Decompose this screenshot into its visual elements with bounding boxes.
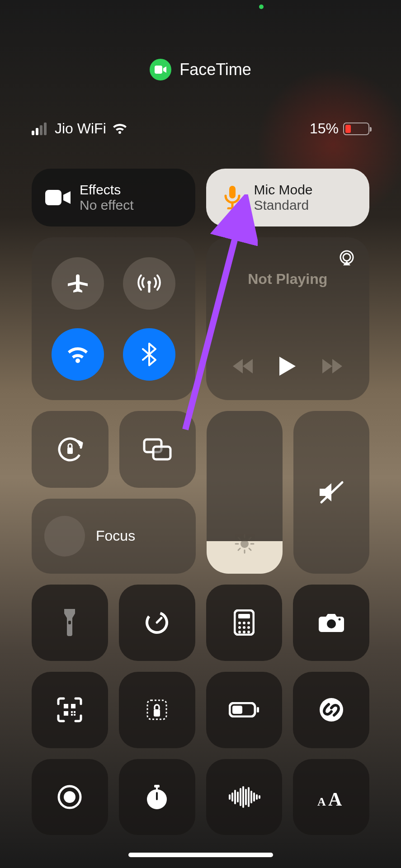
microphone-icon	[220, 186, 245, 209]
camera-button[interactable]	[293, 585, 369, 661]
focus-button[interactable]: Focus	[32, 499, 196, 574]
svg-rect-43	[74, 711, 75, 713]
svg-rect-45	[74, 714, 75, 716]
video-icon	[45, 189, 71, 206]
text-size-button[interactable]: AA	[293, 759, 369, 835]
svg-point-38	[338, 618, 340, 621]
bluetooth-toggle[interactable]	[123, 328, 175, 381]
svg-text:A: A	[317, 795, 326, 807]
svg-line-18	[238, 538, 240, 539]
moon-icon	[44, 516, 85, 557]
svg-rect-0	[155, 66, 162, 74]
carrier-label: Jio WiFi	[55, 120, 106, 137]
svg-rect-47	[154, 709, 160, 717]
facetime-icon	[150, 59, 171, 80]
svg-point-36	[247, 631, 250, 633]
svg-point-33	[247, 626, 250, 629]
svg-point-13	[241, 540, 249, 548]
screen-record-button[interactable]	[32, 759, 108, 835]
effects-title: Effects	[80, 182, 134, 198]
brightness-slider[interactable]	[207, 411, 283, 574]
shazam-button[interactable]	[293, 672, 369, 748]
status-bar: Jio WiFi 15%	[32, 120, 369, 137]
svg-point-37	[327, 619, 336, 628]
svg-point-8	[343, 254, 350, 261]
active-app-pill[interactable]: FaceTime	[32, 59, 369, 80]
play-button[interactable]	[279, 357, 296, 376]
media-panel[interactable]: Not Playing	[206, 237, 370, 400]
stopwatch-button[interactable]	[119, 759, 195, 835]
svg-point-28	[238, 622, 241, 624]
mic-mode-title: Mic Mode	[254, 182, 313, 198]
volume-slider[interactable]	[293, 411, 369, 574]
svg-rect-50	[257, 707, 259, 712]
wifi-toggle[interactable]	[52, 328, 104, 381]
mute-icon	[318, 480, 345, 505]
svg-text:A: A	[328, 789, 342, 807]
media-status: Not Playing	[220, 271, 356, 288]
effects-button[interactable]: Effects No effect	[32, 169, 195, 226]
svg-line-21	[249, 538, 251, 539]
svg-rect-42	[71, 711, 73, 713]
mic-mode-subtitle: Standard	[254, 198, 313, 213]
svg-rect-41	[64, 711, 68, 716]
sun-icon	[234, 533, 255, 555]
svg-point-35	[243, 631, 245, 633]
privacy-indicator-dot	[259, 5, 264, 9]
battery-icon	[343, 123, 369, 135]
svg-rect-44	[71, 714, 73, 716]
home-indicator[interactable]	[128, 853, 273, 857]
svg-rect-55	[154, 785, 160, 788]
svg-line-20	[238, 548, 240, 550]
svg-rect-12	[153, 447, 170, 459]
cellular-data-toggle[interactable]	[123, 257, 175, 310]
flashlight-button[interactable]	[32, 585, 108, 661]
effects-subtitle: No effect	[80, 198, 134, 213]
screen-mirroring-button[interactable]	[119, 411, 196, 488]
svg-line-25	[157, 618, 161, 623]
svg-rect-2	[229, 186, 236, 198]
svg-point-31	[238, 626, 241, 629]
svg-rect-23	[68, 621, 71, 624]
svg-point-53	[64, 791, 75, 803]
calculator-button[interactable]	[206, 585, 283, 661]
low-power-button[interactable]	[206, 672, 283, 748]
svg-point-34	[238, 631, 241, 633]
battery-percent: 15%	[310, 120, 339, 137]
guided-access-button[interactable]	[119, 672, 195, 748]
voice-memos-button[interactable]	[206, 759, 283, 835]
mic-mode-button[interactable]: Mic Mode Standard	[206, 169, 370, 226]
previous-track-button[interactable]	[233, 359, 253, 373]
wifi-icon	[112, 123, 128, 135]
timer-button[interactable]	[119, 585, 195, 661]
active-app-label: FaceTime	[179, 60, 251, 79]
svg-rect-49	[232, 706, 242, 714]
svg-point-32	[243, 626, 245, 629]
svg-rect-39	[64, 704, 68, 708]
orientation-lock-toggle[interactable]	[32, 411, 109, 488]
airplane-mode-toggle[interactable]	[52, 257, 104, 310]
next-track-button[interactable]	[322, 359, 342, 373]
svg-rect-27	[238, 614, 250, 618]
svg-rect-40	[71, 704, 75, 708]
airplay-icon[interactable]	[338, 249, 356, 267]
cell-signal-icon	[32, 123, 47, 135]
svg-line-19	[249, 548, 251, 550]
connectivity-panel[interactable]	[32, 237, 195, 400]
svg-point-30	[247, 622, 250, 624]
svg-rect-1	[45, 190, 61, 205]
svg-rect-10	[67, 448, 73, 454]
focus-label: Focus	[96, 528, 135, 544]
svg-point-29	[243, 622, 245, 624]
qr-scanner-button[interactable]	[32, 672, 108, 748]
